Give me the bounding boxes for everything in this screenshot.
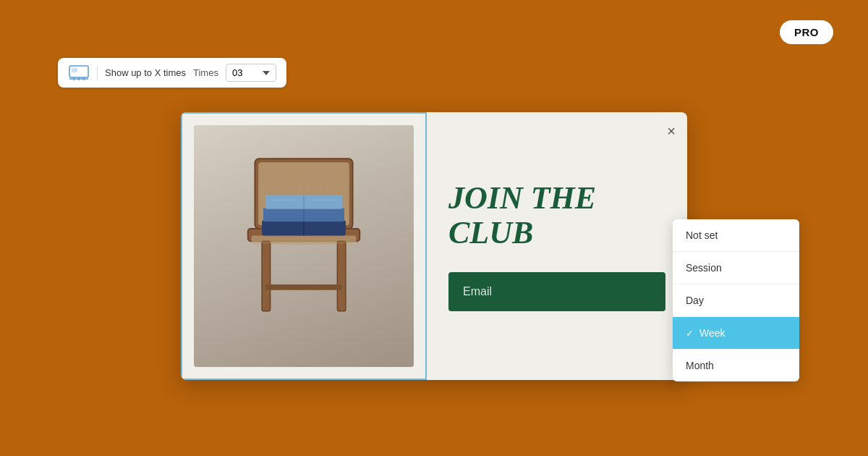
dropdown-menu: Not setSessionDay✓WeekMonth <box>673 219 799 381</box>
modal-image <box>194 125 414 367</box>
dropdown-item-not-set[interactable]: Not set <box>673 219 799 252</box>
dropdown-item-label: Not set <box>686 229 718 241</box>
modal: × JOIN THE CLUB <box>181 112 687 380</box>
svg-point-32 <box>252 237 357 245</box>
dropdown-item-week[interactable]: ✓Week <box>673 317 799 350</box>
pro-badge: PRO <box>780 20 833 44</box>
dropdown-item-label: Day <box>686 295 704 306</box>
dropdown-item-label: Session <box>686 262 722 274</box>
show-times-label: Show up to X times <box>105 67 186 78</box>
dropdown-item-label: Week <box>699 327 726 339</box>
modal-image-panel <box>181 112 427 380</box>
chair-image <box>194 125 414 367</box>
svg-rect-1 <box>72 68 77 72</box>
svg-rect-31 <box>265 284 342 290</box>
dropdown-item-label: Month <box>686 360 714 371</box>
dropdown-item-session[interactable]: Session <box>673 252 799 284</box>
times-select[interactable]: 01 02 03 04 05 <box>226 64 276 82</box>
svg-rect-29 <box>262 241 271 311</box>
email-input[interactable] <box>448 272 665 311</box>
modal-content-panel: × JOIN THE CLUB <box>427 112 687 380</box>
toolbar-divider <box>97 66 98 80</box>
toolbar: Show up to X times Times 01 02 03 04 05 <box>58 58 286 88</box>
modal-title: JOIN THE CLUB <box>448 181 596 251</box>
dropdown-item-month[interactable]: Month <box>673 350 799 381</box>
dropdown-item-day[interactable]: Day <box>673 284 799 317</box>
frequency-icon <box>68 64 90 82</box>
times-label: Times <box>193 67 218 78</box>
close-button[interactable]: × <box>667 124 676 138</box>
svg-rect-30 <box>337 241 346 311</box>
